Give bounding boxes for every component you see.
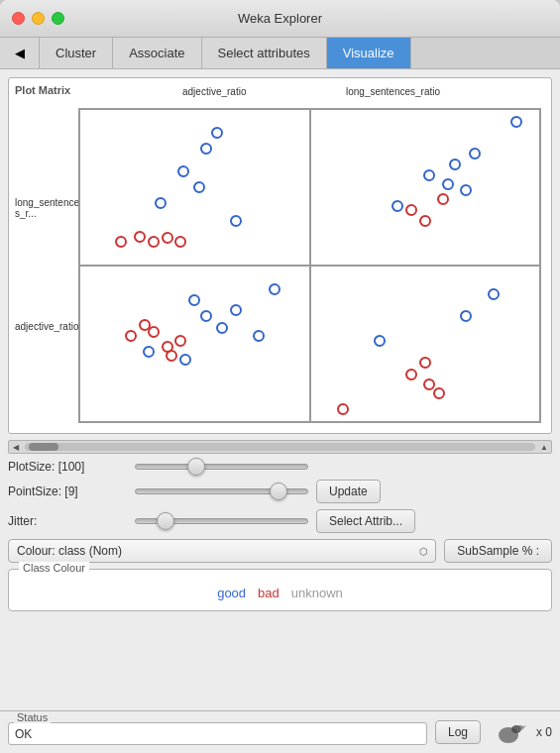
log-button[interactable]: Log <box>435 720 481 744</box>
row-label-1: long_sentences_r... <box>15 197 82 219</box>
main-window: Weka Explorer ◀ Cluster Associate Select… <box>0 0 560 753</box>
point-size-row: PointSize: [9] Update <box>8 480 552 503</box>
tab-associate[interactable]: Associate <box>113 38 201 68</box>
class-colours: good bad unknown <box>21 578 539 602</box>
dot <box>143 346 155 358</box>
tab-cluster-label: Cluster <box>56 46 96 60</box>
col-header-1: adjective_ratio <box>182 86 246 97</box>
grid-cell-bottom-right <box>310 266 541 422</box>
dot <box>134 231 146 243</box>
jitter-row: Jitter: Select Attrib... <box>8 509 552 533</box>
dot <box>460 184 472 196</box>
close-button[interactable] <box>12 12 25 25</box>
title-bar: Weka Explorer <box>0 0 560 38</box>
dot <box>200 310 212 322</box>
tab-select-attributes-label: Select attributes <box>218 46 310 60</box>
dot <box>510 116 522 128</box>
scroll-center-icon: ▲ <box>539 442 549 452</box>
dot <box>162 232 173 244</box>
point-size-label: PointSize: [9] <box>8 484 127 498</box>
dot <box>392 200 403 212</box>
colour-select-row: Colour: class (Nom) ⬡ SubSample % : <box>8 539 552 563</box>
dot <box>115 236 127 248</box>
dot <box>230 304 242 316</box>
dot <box>148 236 160 248</box>
dot <box>174 335 186 347</box>
dot <box>125 330 137 342</box>
dot <box>419 357 431 369</box>
dot <box>148 326 160 338</box>
back-icon: ◀ <box>15 46 25 60</box>
scroll-track[interactable] <box>25 443 535 451</box>
jitter-label: Jitter: <box>8 514 127 528</box>
plot-size-row: PlotSize: [100] <box>8 460 552 474</box>
status-box: OK <box>8 722 427 745</box>
back-button[interactable]: ◀ <box>0 38 40 68</box>
grid-cell-top-right <box>310 109 541 266</box>
plot-title: Plot Matrix <box>15 84 70 96</box>
plot-size-slider[interactable] <box>135 464 308 470</box>
maximize-button[interactable] <box>52 12 64 25</box>
dot <box>174 236 186 248</box>
jitter-thumb[interactable] <box>157 512 174 530</box>
tab-cluster[interactable]: Cluster <box>40 38 113 68</box>
colour-bad: bad <box>258 586 280 600</box>
dot <box>253 330 265 342</box>
dot <box>193 181 205 193</box>
col-header-2: long_sentences_ratio <box>346 86 440 97</box>
status-text: OK <box>15 727 32 741</box>
dot <box>469 148 481 160</box>
x-count: x 0 <box>536 725 552 739</box>
update-button[interactable]: Update <box>316 480 381 503</box>
dot <box>155 197 167 209</box>
scroll-left-icon[interactable]: ◀ <box>11 442 21 452</box>
plot-grid <box>78 108 541 423</box>
subsample-button[interactable]: SubSample % : <box>444 539 552 563</box>
tab-associate-label: Associate <box>129 46 184 60</box>
dot <box>230 215 242 227</box>
plot-size-label: PlotSize: [100] <box>8 460 127 474</box>
select-attrib-button[interactable]: Select Attrib... <box>316 509 415 533</box>
main-content: Plot Matrix adjective_ratio long_sentenc… <box>0 69 560 710</box>
dot <box>437 193 449 205</box>
point-size-thumb[interactable] <box>270 483 287 500</box>
dot <box>188 294 200 306</box>
dot <box>460 310 472 322</box>
dot <box>374 335 386 347</box>
colour-select-wrapper: Colour: class (Nom) ⬡ <box>8 539 436 563</box>
dot <box>337 403 349 415</box>
colour-good: good <box>217 586 246 600</box>
colour-select[interactable]: Colour: class (Nom) <box>8 539 436 563</box>
dot <box>488 288 500 300</box>
jitter-slider[interactable] <box>135 518 308 524</box>
status-label: Status <box>14 711 51 723</box>
colour-unknown: unknown <box>291 586 343 600</box>
tab-select-attributes[interactable]: Select attributes <box>202 38 327 68</box>
tab-bar: ◀ Cluster Associate Select attributes Vi… <box>0 38 560 69</box>
point-size-slider[interactable] <box>135 488 308 494</box>
dot <box>442 178 454 190</box>
tab-visualize-label: Visualize <box>343 46 394 60</box>
weka-logo <box>489 717 528 747</box>
dot <box>405 369 417 380</box>
dot <box>177 165 189 177</box>
horizontal-scrollbar[interactable]: ◀ ▲ <box>8 440 552 454</box>
tab-visualize[interactable]: Visualize <box>327 38 411 68</box>
dot <box>216 322 228 334</box>
scroll-thumb[interactable] <box>29 443 58 451</box>
status-bar: Status OK Log x 0 <box>0 710 560 753</box>
class-colour-box: Class Colour good bad unknown <box>8 569 552 611</box>
status-group: Status OK <box>8 720 427 745</box>
dot <box>211 127 223 139</box>
controls-area: PlotSize: [100] PointSize: [9] Update Ji… <box>8 460 552 611</box>
dot <box>200 143 212 155</box>
minimize-button[interactable] <box>32 12 45 25</box>
dot <box>405 204 417 216</box>
dot <box>449 159 461 170</box>
window-title: Weka Explorer <box>238 11 322 26</box>
dot <box>179 354 191 366</box>
traffic-lights <box>12 12 64 25</box>
plot-size-thumb[interactable] <box>187 458 205 476</box>
dot <box>423 169 435 181</box>
dot <box>433 387 445 399</box>
